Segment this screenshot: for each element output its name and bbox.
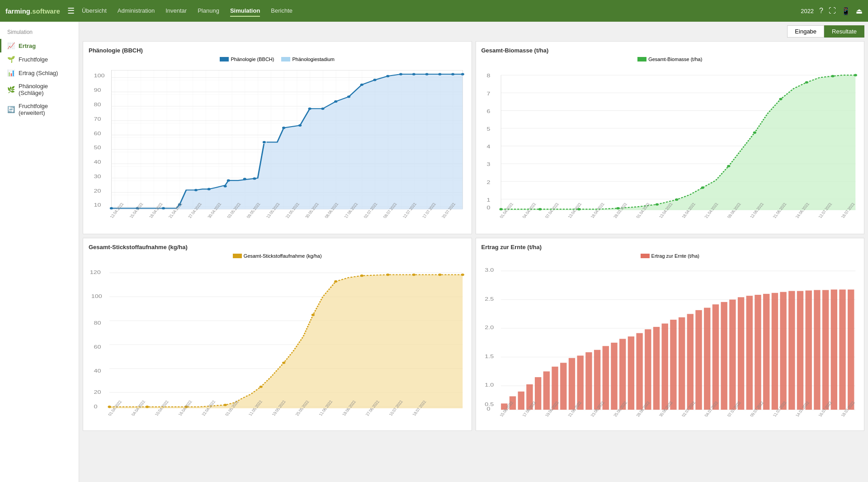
sidebar-item-ertrag-schlag[interactable]: 📊 Ertrag (Schlag) (0, 66, 79, 80)
nav-ubersicht[interactable]: Übersicht (82, 5, 107, 17)
svg-rect-204 (780, 292, 786, 410)
svg-point-35 (298, 124, 302, 127)
svg-point-37 (321, 108, 324, 110)
svg-point-96 (779, 98, 782, 100)
cycle-icon: 🔄 (7, 106, 15, 113)
chart-stickstoff: Gesamt-Stickstoffaufnahme (kg/ha) Gesamt… (83, 238, 472, 431)
svg-rect-182 (594, 350, 600, 410)
svg-rect-187 (636, 333, 642, 410)
sidebar-item-label: Ertrag (Schlag) (19, 70, 58, 76)
sidebar-item-fruchtfolge[interactable]: 🌱 Fruchtfolge (0, 52, 79, 66)
svg-point-131 (108, 406, 111, 408)
svg-rect-197 (721, 302, 727, 410)
svg-point-93 (701, 186, 704, 189)
nav-simulation[interactable]: Simulation (230, 5, 260, 17)
chart4-legend: Ertrag zur Ernte (t/ha) (481, 253, 859, 259)
legend-label-1: Phänologie (BBCH) (231, 57, 274, 62)
nav-inventar[interactable]: Inventar (165, 5, 187, 17)
svg-rect-207 (805, 290, 811, 410)
svg-text:28.03.2022: 28.03.2022 (612, 202, 628, 218)
svg-point-44 (412, 73, 415, 75)
svg-text:01.04.2022: 01.04.2022 (635, 202, 651, 218)
svg-point-31 (243, 178, 246, 180)
svg-point-48 (461, 73, 464, 75)
svg-text:2.5: 2.5 (485, 296, 494, 302)
svg-rect-203 (771, 293, 778, 410)
leaf-icon: 🌱 (7, 56, 15, 63)
hamburger-icon[interactable]: ☰ (67, 6, 75, 16)
nav-berichte[interactable]: Berichte (271, 5, 292, 17)
svg-text:40: 40 (94, 160, 101, 165)
chart3-title: Gesamt-Stickstoffaufnahme (kg/ha) (89, 244, 466, 250)
legend-label-biomasse: Gesamt-Biomasse (t/ha) (648, 57, 702, 62)
bar-chart-icon: 📊 (7, 69, 15, 76)
svg-point-39 (347, 95, 350, 98)
svg-rect-176 (543, 371, 549, 410)
svg-text:20: 20 (94, 390, 101, 395)
svg-text:3.0: 3.0 (485, 268, 494, 273)
svg-point-27 (194, 189, 198, 191)
svg-text:1.0: 1.0 (485, 383, 494, 388)
tablet-icon[interactable]: 📱 (841, 7, 850, 15)
nav-planung[interactable]: Planung (198, 5, 219, 17)
nav-administration[interactable]: Administration (118, 5, 155, 17)
fullscreen-icon[interactable]: ⛶ (829, 7, 836, 15)
svg-rect-198 (729, 300, 736, 410)
legend-color-1 (220, 57, 229, 61)
chart-biomasse: Gesamt-Biomasse (t/ha) Gesamt-Biomasse (… (476, 41, 865, 234)
sidebar-item-label: Phänologie (Schläge) (19, 83, 71, 96)
chart-ertrag-ernte: Ertrag zur Ernte (t/ha) Ertrag zur Ernte… (476, 238, 865, 431)
svg-point-134 (224, 404, 227, 406)
svg-marker-86 (501, 75, 855, 210)
svg-rect-208 (814, 290, 820, 410)
sidebar-item-fruchtfolge-erweitert[interactable]: 🔄 Fruchtfolge (erweitert) (0, 99, 79, 119)
sidebar-title: Simulation (0, 27, 79, 39)
svg-rect-185 (619, 339, 626, 410)
chart-grid: Phänologie (BBCH) Phänologie (BBCH) Phän… (83, 41, 864, 431)
svg-rect-195 (704, 308, 710, 410)
chart2-legend: Gesamt-Biomasse (t/ha) (481, 57, 859, 62)
svg-point-32 (253, 177, 256, 180)
svg-rect-210 (830, 289, 837, 410)
chart3-area: 120 100 80 60 40 20 0 (89, 262, 466, 425)
year-label: 2022 (801, 8, 814, 14)
chart-icon: 📈 (7, 42, 15, 49)
svg-point-29 (224, 185, 227, 187)
svg-rect-209 (822, 290, 828, 410)
app-body: Simulation 📈 Ertrag 🌱 Fruchtfolge 📊 Ertr… (0, 22, 868, 482)
svg-text:6: 6 (486, 109, 490, 114)
svg-text:20: 20 (94, 188, 101, 194)
eingabe-button[interactable]: Eingabe (787, 25, 824, 38)
legend-color-stickstoff (233, 254, 242, 258)
svg-point-94 (727, 165, 730, 167)
logout-icon[interactable]: ⏏ (856, 7, 863, 15)
svg-marker-130 (109, 275, 462, 408)
sidebar-item-ertrag[interactable]: 📈 Ertrag (0, 39, 79, 52)
svg-text:30: 30 (94, 174, 101, 180)
svg-text:100: 100 (91, 294, 102, 299)
svg-rect-193 (687, 314, 693, 410)
svg-text:80: 80 (94, 320, 101, 326)
svg-point-87 (499, 208, 502, 210)
legend-label-ertrag: Ertrag zur Ernte (t/ha) (651, 253, 699, 259)
svg-rect-178 (560, 363, 566, 410)
legend-item-1: Phänologie (BBCH) (220, 57, 274, 62)
svg-text:07.04.2022: 07.04.2022 (544, 202, 560, 218)
chart1-title: Phänologie (BBCH) (89, 47, 466, 54)
topnav: farming.software ☰ Übersicht Administrat… (0, 0, 868, 22)
resultate-button[interactable]: Resultate (824, 25, 864, 38)
svg-point-91 (655, 203, 658, 205)
topnav-right: 2022 ? ⛶ 📱 ⏏ (801, 7, 863, 15)
svg-rect-201 (755, 295, 761, 410)
svg-point-138 (334, 280, 337, 283)
svg-point-40 (360, 84, 363, 86)
svg-point-141 (412, 274, 415, 276)
svg-text:7: 7 (486, 91, 490, 96)
svg-point-30 (227, 179, 230, 181)
help-icon[interactable]: ? (819, 7, 823, 15)
chart2-area: 8 7 6 5 4 3 2 1 0 (481, 66, 859, 228)
svg-rect-173 (518, 392, 524, 410)
svg-rect-211 (839, 289, 845, 410)
sidebar-item-phanologie-schlage[interactable]: 🌿 Phänologie (Schläge) (0, 80, 79, 99)
svg-rect-181 (585, 352, 592, 410)
